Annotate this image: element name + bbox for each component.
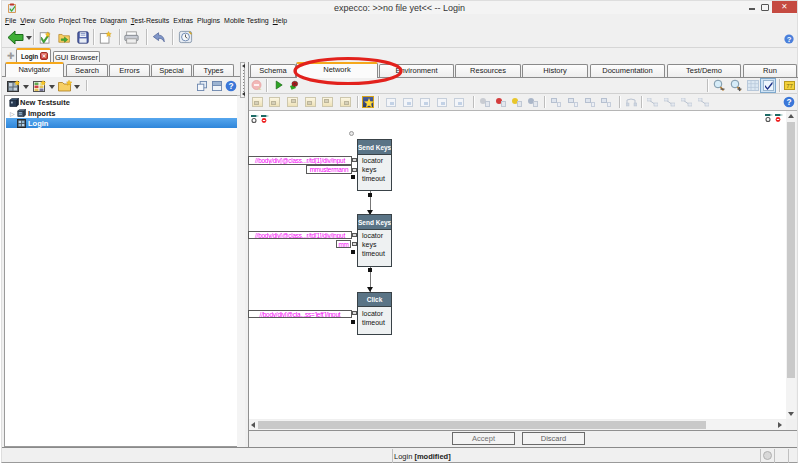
svg-text:?: ? [786,97,791,107]
svg-text:?: ? [787,35,792,44]
svg-text:?: ? [228,80,233,90]
